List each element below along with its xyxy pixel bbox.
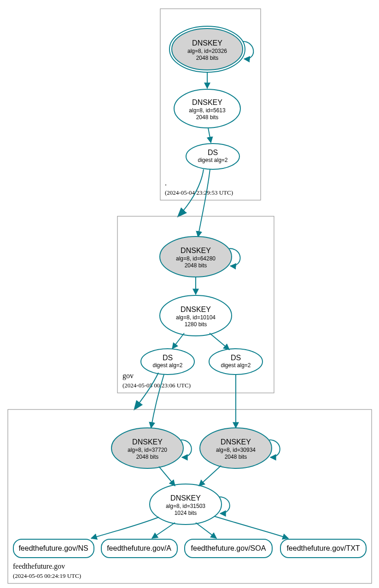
edge-zsk-ns — [91, 517, 159, 538]
svg-text:DS: DS — [163, 354, 173, 362]
dnssec-diagram: . (2024-05-04 23:29:53 UTC) DNSKEY alg=8… — [0, 0, 379, 588]
zone-ftf-time: (2024-05-05 00:24:19 UTC) — [13, 572, 81, 579]
svg-text:alg=8, id=20326: alg=8, id=20326 — [187, 48, 227, 54]
svg-text:digest alg=2: digest alg=2 — [221, 362, 251, 369]
node-ftf-ksk1: DNSKEY alg=8, id=37720 2048 bits — [111, 428, 192, 468]
svg-point-10 — [186, 144, 239, 169]
svg-text:2048 bits: 2048 bits — [136, 454, 159, 460]
svg-text:alg=8, id=30934: alg=8, id=30934 — [216, 447, 256, 453]
node-ftf-ksk2: DNSKEY alg=8, id=30934 2048 bits — [200, 428, 280, 468]
edge-rootds-govksk — [198, 169, 210, 237]
svg-text:alg=8, id=5613: alg=8, id=5613 — [189, 107, 226, 114]
svg-text:DS: DS — [231, 354, 241, 362]
svg-text:2048 bits: 2048 bits — [185, 262, 207, 269]
svg-text:DS: DS — [208, 149, 218, 156]
svg-text:1024 bits: 1024 bits — [175, 510, 197, 516]
svg-text:DNSKEY: DNSKEY — [221, 438, 251, 446]
edge-gov-to-ftf — [135, 373, 158, 408]
edge-zsk-soa — [196, 523, 216, 538]
svg-text:digest alg=2: digest alg=2 — [198, 157, 227, 163]
edge-ftfksk1-zsk — [159, 467, 175, 486]
svg-text:2048 bits: 2048 bits — [196, 55, 219, 61]
svg-text:alg=8, id=31503: alg=8, id=31503 — [166, 503, 205, 509]
node-gov-ksk: DNSKEY alg=8, id=64280 2048 bits — [160, 236, 240, 277]
zone-gov-name: gov — [122, 372, 134, 380]
svg-text:DNSKEY: DNSKEY — [192, 39, 222, 47]
edge-zsk-a — [152, 523, 175, 538]
zone-ftf-name: feedthefuture.gov — [13, 562, 65, 571]
node-root-ds: DS digest alg=2 — [186, 144, 239, 169]
svg-point-22 — [141, 349, 194, 375]
edge-ftfksk2-zsk — [199, 466, 221, 486]
rr-txt: feedthefuture.gov/TXT — [280, 539, 366, 558]
svg-point-25 — [209, 349, 262, 375]
svg-text:1280 bits: 1280 bits — [185, 321, 207, 328]
svg-text:DNSKEY: DNSKEY — [170, 494, 201, 502]
zone-root-time: (2024-05-04 23:29:53 UTC) — [165, 189, 233, 196]
svg-text:2048 bits: 2048 bits — [196, 114, 219, 121]
svg-text:alg=8, id=10104: alg=8, id=10104 — [176, 314, 216, 321]
edge-root-zsk-ds — [208, 128, 211, 143]
svg-text:feedthefuture.gov/NS: feedthefuture.gov/NS — [18, 544, 88, 552]
zone-root-name: . — [165, 179, 167, 187]
svg-text:DNSKEY: DNSKEY — [181, 306, 211, 313]
edge-govzsk-ds2 — [210, 333, 229, 350]
svg-text:DNSKEY: DNSKEY — [132, 438, 163, 446]
svg-text:alg=8, id=64280: alg=8, id=64280 — [176, 255, 216, 262]
zone-gov-time: (2024-05-05 00:23:06 UTC) — [122, 382, 191, 389]
edge-zsk-txt — [214, 516, 288, 538]
svg-text:feedthefuture.gov/SOA: feedthefuture.gov/SOA — [191, 544, 266, 552]
node-gov-zsk: DNSKEY alg=8, id=10104 1280 bits — [160, 295, 232, 336]
node-root-ksk: DNSKEY alg=8, id=20326 2048 bits — [169, 26, 253, 72]
edge-govzsk-ds1 — [172, 333, 184, 349]
svg-text:alg=8, id=37720: alg=8, id=37720 — [128, 447, 167, 453]
rr-ns: feedthefuture.gov/NS — [13, 539, 94, 558]
svg-text:digest alg=2: digest alg=2 — [152, 362, 182, 369]
svg-text:DNSKEY: DNSKEY — [192, 98, 222, 106]
node-root-zsk: DNSKEY alg=8, id=5613 2048 bits — [174, 89, 240, 128]
svg-text:feedthefuture.gov/A: feedthefuture.gov/A — [107, 544, 171, 552]
svg-text:feedthefuture.gov/TXT: feedthefuture.gov/TXT — [286, 544, 360, 552]
node-gov-ds1: DS digest alg=2 — [141, 349, 194, 375]
node-gov-ds2: DS digest alg=2 — [209, 349, 262, 375]
rr-soa: feedthefuture.gov/SOA — [185, 539, 272, 558]
node-ftf-zsk: DNSKEY alg=8, id=31503 1024 bits — [150, 484, 230, 525]
svg-text:2048 bits: 2048 bits — [225, 454, 247, 460]
svg-text:DNSKEY: DNSKEY — [181, 247, 211, 254]
rr-a: feedthefuture.gov/A — [101, 539, 177, 558]
